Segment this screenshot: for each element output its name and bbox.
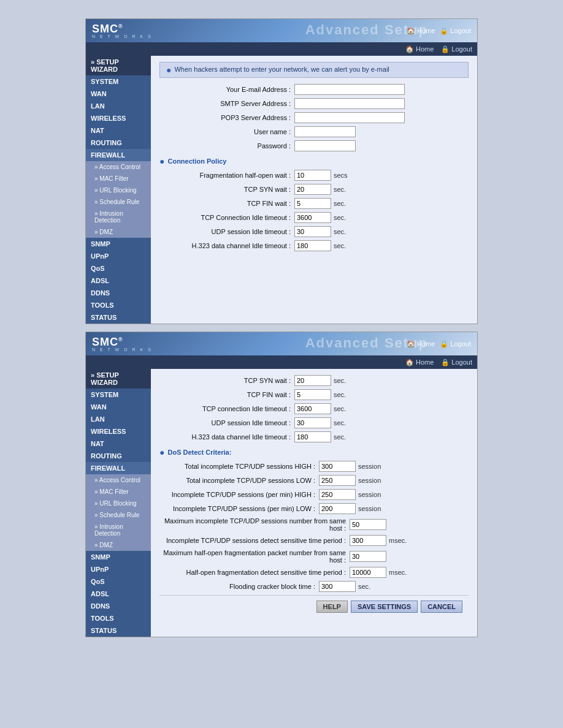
sidebar-2-nat[interactable]: NAT bbox=[86, 438, 151, 450]
tcp-syn-row-2: TCP SYN wait : sec. bbox=[159, 375, 469, 386]
tcp-conn-idle-input-2[interactable] bbox=[294, 403, 331, 414]
help-button[interactable]: HELP bbox=[316, 601, 348, 613]
sidebar-dmz[interactable]: » DMZ bbox=[86, 226, 151, 238]
tcp-fin-unit-1: sec. bbox=[334, 200, 346, 207]
sidebar-2-wan[interactable]: WAN bbox=[86, 401, 151, 413]
udp-session-label-2: UDP session Idle timeout : bbox=[159, 419, 294, 427]
dos-total-low-input[interactable] bbox=[319, 475, 356, 486]
sidebar-nat[interactable]: NAT bbox=[86, 124, 151, 137]
dos-detect-time-row: Incomplete TCP/UDP sessions detect sensi… bbox=[159, 535, 469, 546]
frag-halfopen-row: Fragmentation half-open wait : secs bbox=[159, 170, 469, 181]
tcp-syn-input-2[interactable] bbox=[294, 375, 331, 386]
sidebar-routing[interactable]: ROUTING bbox=[86, 137, 151, 149]
sidebar-2-tools[interactable]: TOOLS bbox=[86, 612, 151, 624]
dos-permin-high-input[interactable] bbox=[319, 489, 356, 500]
sidebar-ddns[interactable]: DDNS bbox=[86, 287, 151, 299]
sidebar-wireless[interactable]: WIRELESS bbox=[86, 112, 151, 124]
sidebar-2-status[interactable]: STATUS bbox=[86, 624, 151, 637]
sidebar-2-url-blocking[interactable]: » URL Blocking bbox=[86, 498, 151, 509]
sidebar-2-wizard[interactable]: » SETUP WIZARD bbox=[86, 369, 151, 389]
tcp-conn-idle-unit-2: sec. bbox=[334, 405, 346, 412]
tcp-fin-input-1[interactable] bbox=[294, 198, 331, 209]
sidebar-snmp[interactable]: SNMP bbox=[86, 238, 151, 250]
sidebar-url-blocking[interactable]: » URL Blocking bbox=[86, 184, 151, 196]
logout-link-2[interactable]: 🔒 Logout bbox=[440, 340, 471, 348]
sidebar-firewall[interactable]: FIREWALL bbox=[86, 149, 151, 161]
tcp-fin-unit-2: sec. bbox=[334, 391, 346, 398]
nav-logout-2[interactable]: 🔒 Logout bbox=[441, 358, 472, 366]
logo-text-2: SMC® bbox=[92, 336, 123, 347]
smtp-input[interactable] bbox=[294, 98, 405, 109]
udp-session-label-1: UDP session Idle timeout : bbox=[159, 228, 294, 235]
sidebar-2-schedule-rule[interactable]: » Schedule Rule bbox=[86, 509, 151, 521]
dos-flood-block-input[interactable] bbox=[319, 581, 356, 592]
sidebar-2-wireless[interactable]: WIRELESS bbox=[86, 425, 151, 438]
tcp-syn-input-1[interactable] bbox=[294, 184, 331, 195]
sidebar-schedule-rule[interactable]: » Schedule Rule bbox=[86, 196, 151, 208]
dos-halfopen-max-input[interactable] bbox=[350, 551, 386, 562]
username-input[interactable] bbox=[294, 126, 356, 137]
udp-session-input-2[interactable] bbox=[294, 417, 331, 428]
frag-input[interactable] bbox=[294, 170, 331, 181]
sidebar-adsl[interactable]: ADSL bbox=[86, 275, 151, 287]
sidebar-qos[interactable]: QoS bbox=[86, 262, 151, 275]
nav-logout-1[interactable]: 🔒 Logout bbox=[441, 45, 472, 53]
sidebar-access-control[interactable]: » Access Control bbox=[86, 161, 151, 173]
h323-input-1[interactable] bbox=[294, 240, 331, 251]
save-button[interactable]: SAVE SETTINGS bbox=[351, 601, 418, 613]
frag-unit: secs bbox=[334, 172, 348, 179]
cancel-button[interactable]: CANCEL bbox=[421, 601, 462, 613]
sidebar-system[interactable]: SYSTEM bbox=[86, 75, 151, 88]
header-nav: 🏠 Home 🔒 Logout bbox=[407, 27, 471, 35]
smc-logo: SMC® N e t w o r k s bbox=[92, 23, 153, 39]
udp-session-input-1[interactable] bbox=[294, 226, 331, 237]
sidebar-upnp[interactable]: UPnP bbox=[86, 250, 151, 262]
pop3-input[interactable] bbox=[294, 112, 405, 123]
nav-home-2[interactable]: 🏠 Home bbox=[405, 358, 434, 366]
home-link[interactable]: 🏠 Home bbox=[407, 27, 435, 35]
sidebar-wizard[interactable]: » SETUP WIZARD bbox=[86, 56, 151, 75]
dos-detect-time-input[interactable] bbox=[350, 535, 386, 546]
username-row: User name : bbox=[159, 126, 469, 137]
h323-input-2[interactable] bbox=[294, 431, 331, 442]
nav-home-1[interactable]: 🏠 Home bbox=[405, 45, 434, 53]
h323-unit-1: sec. bbox=[334, 242, 346, 249]
dos-halfopen-time-input[interactable] bbox=[350, 567, 386, 578]
dos-max-same-host-input[interactable] bbox=[350, 519, 386, 530]
dos-total-low-row: Total incomplete TCP/UDP sessions LOW : … bbox=[159, 475, 469, 486]
tcp-fin-row-2: TCP FIN wait : sec. bbox=[159, 389, 469, 400]
panel-1-body: » SETUP WIZARD SYSTEM WAN LAN WIRELESS N… bbox=[86, 56, 477, 324]
sidebar-2-lan[interactable]: LAN bbox=[86, 413, 151, 425]
sidebar-intrusion[interactable]: » Intrusion Detection bbox=[86, 208, 151, 226]
sidebar-2-intrusion[interactable]: » Intrusion Detection bbox=[86, 521, 151, 539]
sidebar-2-system[interactable]: SYSTEM bbox=[86, 389, 151, 401]
dos-section-title: ● DoS Detect Criteria: bbox=[159, 447, 469, 457]
logout-link[interactable]: 🔒 Logout bbox=[440, 27, 471, 35]
dos-halfopen-time-row: Half-open fragmentation detect sensitive… bbox=[159, 567, 469, 578]
tcp-fin-input-2[interactable] bbox=[294, 389, 331, 400]
page-wrapper: SMC® N e t w o r k s Advanced Setup 🏠 Ho… bbox=[85, 18, 478, 637]
sidebar-2-adsl[interactable]: ADSL bbox=[86, 588, 151, 600]
password-input[interactable] bbox=[294, 140, 356, 151]
dos-permin-low-input[interactable] bbox=[319, 503, 356, 514]
tcp-syn-label-2: TCP SYN wait : bbox=[159, 377, 294, 384]
sidebar-status[interactable]: STATUS bbox=[86, 311, 151, 324]
sidebar-2-dmz[interactable]: » DMZ bbox=[86, 539, 151, 551]
sidebar-2-firewall[interactable]: FIREWALL bbox=[86, 462, 151, 474]
sidebar-2-access-control[interactable]: » Access Control bbox=[86, 474, 151, 486]
home-link-2[interactable]: 🏠 Home bbox=[407, 340, 435, 348]
email-input[interactable] bbox=[294, 84, 405, 95]
sidebar-wan[interactable]: WAN bbox=[86, 88, 151, 100]
sidebar-2-upnp[interactable]: UPnP bbox=[86, 563, 151, 575]
dos-halfopen-time-label: Half-open fragmentation detect sensitive… bbox=[159, 569, 350, 576]
sidebar-tools[interactable]: TOOLS bbox=[86, 299, 151, 311]
dos-total-high-input[interactable] bbox=[319, 461, 356, 472]
sidebar-2-ddns[interactable]: DDNS bbox=[86, 600, 151, 612]
sidebar-mac-filter[interactable]: » MAC Filter bbox=[86, 173, 151, 184]
sidebar-2-snmp[interactable]: SNMP bbox=[86, 551, 151, 563]
sidebar-2-routing[interactable]: ROUTING bbox=[86, 450, 151, 462]
sidebar-lan[interactable]: LAN bbox=[86, 100, 151, 112]
tcp-conn-idle-input-1[interactable] bbox=[294, 212, 331, 223]
sidebar-2-qos[interactable]: QoS bbox=[86, 575, 151, 588]
sidebar-2-mac-filter[interactable]: » MAC Filter bbox=[86, 486, 151, 498]
